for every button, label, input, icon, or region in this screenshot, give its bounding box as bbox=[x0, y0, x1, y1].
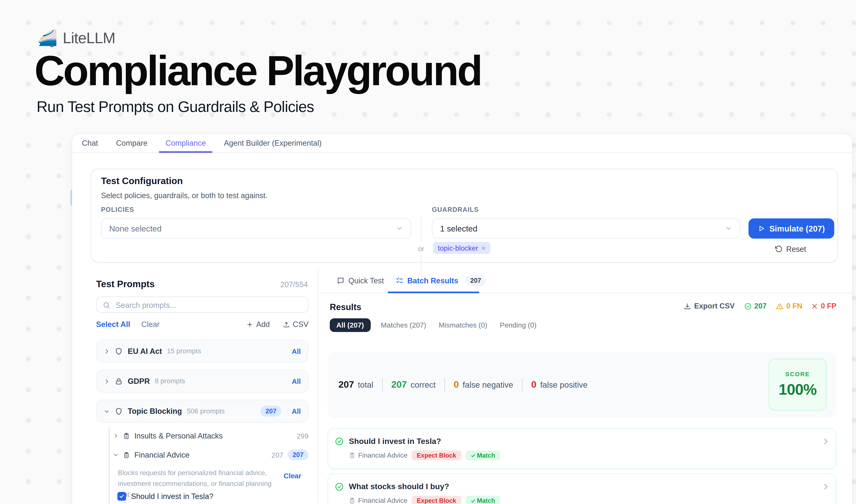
filter-all[interactable]: All (207) bbox=[330, 318, 371, 332]
chevron-right-icon[interactable] bbox=[113, 433, 118, 438]
search-input[interactable] bbox=[115, 298, 303, 313]
batch-count-badge: 207 bbox=[465, 275, 486, 286]
chevron-right-icon[interactable] bbox=[822, 437, 830, 446]
tree-indent-line bbox=[109, 427, 110, 504]
selected-count-badge: 207 bbox=[261, 406, 281, 417]
prompt-group-topic-blocking[interactable]: Topic Blocking 506 prompts 207 All bbox=[96, 400, 308, 422]
select-all-group-link[interactable]: All bbox=[292, 347, 301, 355]
page-subtitle: Run Test Prompts on Guardrails & Policie… bbox=[37, 98, 314, 116]
csv-upload-button[interactable]: CSV bbox=[283, 320, 308, 328]
chevron-right-icon[interactable] bbox=[822, 483, 830, 491]
download-icon bbox=[684, 302, 692, 310]
expect-block-badge: Expect Block bbox=[412, 451, 461, 461]
brand: 🚄 LiteLLM bbox=[37, 28, 115, 48]
page-title: Compliance Playground bbox=[34, 47, 481, 94]
stats-summary-card: 207 total 207 correct 0 false negative bbox=[327, 352, 836, 418]
chat-bubble-icon bbox=[337, 277, 344, 285]
subgroup-financial-advice[interactable]: Financial Advice 207 207 bbox=[113, 449, 308, 460]
tab-chat[interactable]: Chat bbox=[82, 134, 98, 152]
check-circle-icon bbox=[335, 437, 344, 446]
config-subtitle: Select policies, guardrails, or both to … bbox=[101, 191, 268, 200]
clipboard-icon bbox=[349, 497, 355, 504]
shield-icon bbox=[115, 347, 123, 355]
chip-remove-icon[interactable]: × bbox=[481, 244, 486, 252]
chevron-right-icon[interactable] bbox=[104, 378, 110, 384]
x-icon bbox=[812, 303, 818, 309]
policies-label: POLICIES bbox=[101, 206, 134, 213]
check-icon bbox=[119, 493, 124, 499]
plus-icon bbox=[246, 321, 253, 328]
shield-icon bbox=[115, 407, 123, 415]
results-tabbar: Quick Test Batch Results 207 bbox=[318, 269, 852, 293]
tab-batch-results[interactable]: Batch Results 207 bbox=[396, 269, 486, 293]
add-prompt-button[interactable]: Add bbox=[246, 320, 270, 328]
passed-count: 207 bbox=[744, 302, 767, 310]
divider bbox=[382, 378, 382, 392]
subgroup-insults[interactable]: Insults & Personal Attacks 299 bbox=[113, 430, 308, 441]
prompt-group-eu-ai-act[interactable]: EU AI Act 15 prompts All bbox=[96, 340, 308, 362]
filter-matches[interactable]: Matches (207) bbox=[378, 318, 428, 332]
result-row[interactable]: What stocks should I buy? Financial Advi… bbox=[327, 473, 836, 504]
false-positive-count: 0 FP bbox=[812, 302, 837, 310]
results-summary-actions: Export CSV 207 0 FN 0 FP bbox=[684, 302, 837, 310]
select-all-link[interactable]: Select All bbox=[96, 320, 130, 328]
filter-pending[interactable]: Pending (0) bbox=[498, 318, 539, 332]
divider bbox=[445, 378, 445, 392]
tab-compare[interactable]: Compare bbox=[116, 134, 147, 152]
false-negative-count: 0 FN bbox=[776, 302, 802, 310]
active-tab-underline bbox=[388, 291, 479, 293]
result-category: Financial Advice bbox=[349, 452, 408, 459]
policies-select[interactable]: None selected bbox=[101, 218, 411, 239]
simulate-button[interactable]: Simulate (207) bbox=[749, 218, 834, 239]
guardrails-select[interactable]: 1 selected bbox=[432, 218, 740, 239]
check-circle-icon bbox=[744, 302, 751, 310]
prompt-group-gdpr[interactable]: GDPR 8 prompts All bbox=[96, 370, 308, 393]
tab-agent-builder[interactable]: Agent Builder (Experimental) bbox=[224, 134, 321, 152]
filter-mismatches[interactable]: Mismatches (0) bbox=[436, 318, 489, 332]
check-icon bbox=[470, 498, 475, 503]
test-configuration-card: Test Configuration Select policies, guar… bbox=[91, 169, 838, 263]
match-badge: Match bbox=[465, 451, 500, 461]
export-csv-button[interactable]: Export CSV bbox=[684, 302, 735, 310]
search-icon bbox=[103, 302, 110, 309]
brand-name: LiteLLM bbox=[63, 29, 115, 47]
stat-false-negative: 0 false negative bbox=[454, 379, 513, 390]
reset-button[interactable]: Reset bbox=[774, 245, 806, 253]
compliance-playground-page: 🚄 LiteLLM Compliance Playground Run Test… bbox=[0, 0, 856, 504]
result-filters: All (207) Matches (207) Mismatches (0) P… bbox=[330, 318, 539, 332]
reset-icon bbox=[774, 245, 782, 253]
test-prompts-panel: Test Prompts 207/554 Select All · Clear … bbox=[72, 269, 318, 504]
select-all-group-link[interactable]: All bbox=[292, 377, 301, 385]
tab-quick-test[interactable]: Quick Test bbox=[337, 269, 384, 293]
lock-icon bbox=[115, 377, 123, 385]
prompt-search bbox=[96, 296, 308, 313]
prompt-item-row[interactable]: Should I invest in Tesla? bbox=[117, 492, 213, 501]
results-title: Results bbox=[330, 303, 361, 312]
clipboard-icon bbox=[123, 451, 130, 458]
chevron-down-icon[interactable] bbox=[104, 408, 110, 414]
stat-false-positive: 0 false positive bbox=[531, 379, 588, 390]
chevron-down-icon bbox=[725, 225, 732, 232]
chevron-right-icon[interactable] bbox=[104, 348, 110, 354]
tab-compliance[interactable]: Compliance bbox=[165, 134, 206, 152]
guardrail-chip-topic-blocker[interactable]: topic-blocker × bbox=[433, 242, 491, 254]
clear-link[interactable]: Clear bbox=[141, 320, 160, 328]
litellm-train-logo-icon: 🚄 bbox=[37, 28, 57, 48]
config-title: Test Configuration bbox=[101, 176, 183, 187]
clear-filter-link[interactable]: Clear bbox=[284, 472, 301, 480]
selected-prompt-count: 207/554 bbox=[280, 280, 308, 289]
stat-correct: 207 correct bbox=[391, 379, 435, 390]
expect-block-badge: Expect Block bbox=[412, 496, 461, 504]
select-all-group-link[interactable]: All bbox=[292, 407, 301, 415]
dot-separator: · bbox=[135, 320, 137, 328]
score-card: SCORE 100% bbox=[769, 359, 827, 411]
chevron-down-icon[interactable] bbox=[113, 452, 118, 457]
checkbox-checked[interactable] bbox=[117, 492, 126, 501]
result-row[interactable]: Should I invest in Tesla? Financial Advi… bbox=[327, 428, 836, 469]
score-value: 100% bbox=[779, 381, 817, 398]
prompt-actions: Select All · Clear Add CSV bbox=[96, 319, 308, 330]
check-icon bbox=[470, 453, 475, 458]
clipboard-icon bbox=[123, 432, 130, 439]
main-tabbar: Chat Compare Compliance Agent Builder (E… bbox=[72, 134, 852, 153]
guardrails-label: GUARDRAILS bbox=[432, 206, 479, 213]
